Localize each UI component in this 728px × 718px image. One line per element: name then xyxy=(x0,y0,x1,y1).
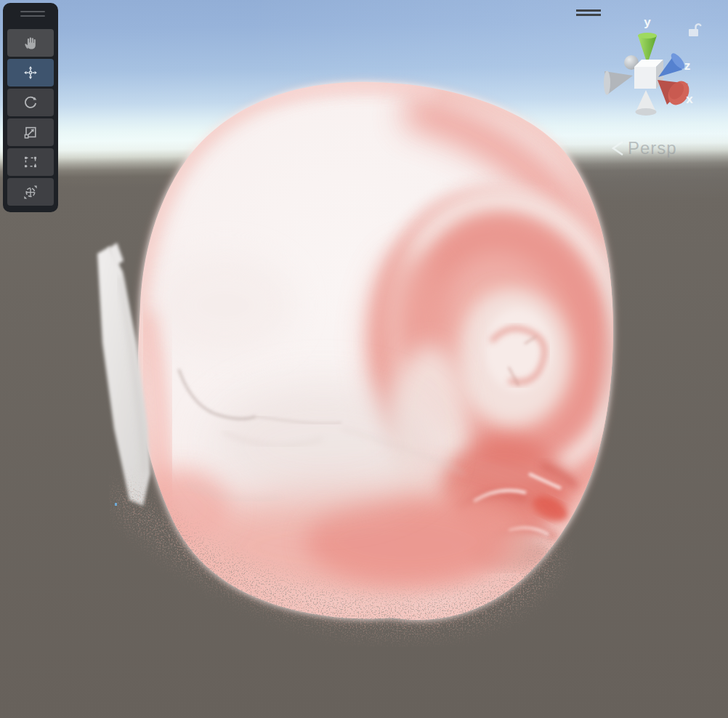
rotate-circle-icon xyxy=(22,94,39,111)
move-arrows-icon xyxy=(22,64,39,81)
stray-blue-pixel xyxy=(115,503,117,506)
gizmo-axis-negative-cone[interactable] xyxy=(604,71,633,95)
rect-handles-icon xyxy=(22,153,39,171)
unlocked-padlock-icon[interactable] xyxy=(686,20,703,38)
tool-button-transform[interactable] xyxy=(7,178,54,206)
projection-toggle[interactable]: Persp xyxy=(607,138,677,158)
tool-button-rotate[interactable] xyxy=(7,89,54,116)
tool-button-rect[interactable] xyxy=(7,148,54,176)
hamburger-icon xyxy=(576,9,601,12)
hamburger-icon xyxy=(576,14,601,16)
gizmo-axis-negative-y-cone[interactable] xyxy=(636,90,657,116)
gizmo-center-cube[interactable] xyxy=(634,60,663,89)
tool-button-view-hand[interactable] xyxy=(7,29,54,57)
head-volume[interactable] xyxy=(97,82,658,647)
gizmo-axis-z-label: z xyxy=(684,59,691,73)
gizmo-axis-y-label: y xyxy=(644,15,651,29)
drag-handle-icon[interactable] xyxy=(20,11,45,17)
hand-icon xyxy=(22,34,39,52)
speckle-noise xyxy=(109,465,589,647)
scale-square-icon xyxy=(22,124,39,141)
transform-combined-icon xyxy=(22,183,39,201)
chevron-left-icon xyxy=(607,138,626,158)
projection-label: Persp xyxy=(628,138,677,158)
gizmo-axis-y-cone[interactable] xyxy=(638,33,657,64)
scene-viewport[interactable]: y z x xyxy=(0,0,728,718)
scene-menu-button[interactable] xyxy=(576,9,601,18)
gizmo-axis-x-label: x xyxy=(686,92,693,106)
tools-overlay xyxy=(3,3,58,212)
tool-button-scale[interactable] xyxy=(7,118,54,146)
tool-button-move[interactable] xyxy=(7,59,54,86)
